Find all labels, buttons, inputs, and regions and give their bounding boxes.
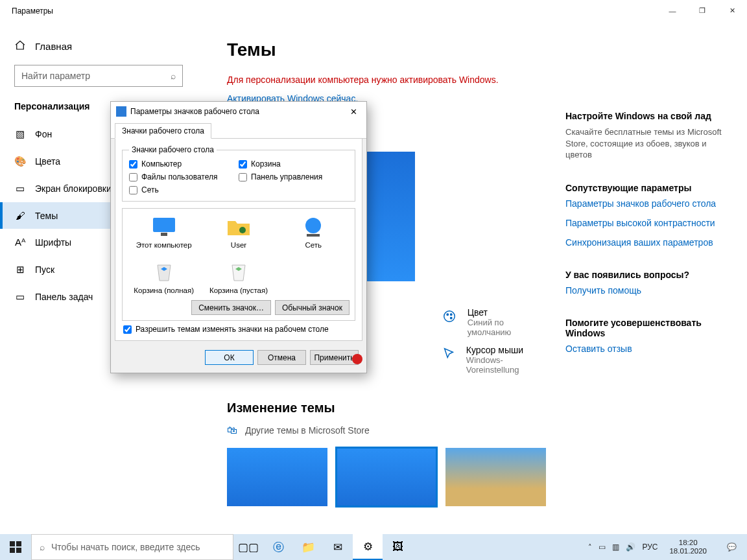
checkbox-recycle-input[interactable] — [239, 160, 247, 169]
rail-questions-heading: У вас появились вопросы? — [565, 270, 730, 280]
tray-language[interactable]: РУС — [642, 542, 658, 552]
icon-label: User — [201, 241, 276, 249]
icon-label: Этот компьютер — [126, 241, 201, 249]
icon-recycle-empty[interactable]: Корзина (пустая) — [201, 261, 276, 294]
sidebar-item-label: Экран блокировки — [35, 183, 112, 194]
sidebar-item-label: Фон — [35, 129, 52, 139]
ok-button[interactable]: ОК — [205, 350, 254, 365]
themes-icon: 🖌 — [14, 210, 26, 221]
desktop-icons-dialog: Параметры значков рабочего стола ✕ Значк… — [110, 101, 367, 373]
theme-color-item[interactable]: Цвет Синий по умолчанию — [441, 303, 546, 341]
more-themes-store-link[interactable]: 🛍 Другие темы в Microsoft Store — [227, 425, 546, 436]
svg-rect-10 — [16, 541, 21, 546]
checkbox-userfiles-input[interactable] — [129, 173, 137, 181]
svg-point-0 — [444, 311, 455, 322]
task-view-button[interactable]: ▢▢ — [233, 534, 263, 560]
dialog-footer: ОК Отмена Применить — [111, 345, 366, 373]
tray-overflow[interactable]: ˄ — [588, 543, 592, 552]
theme-cursor-item[interactable]: Курсор мыши Windows-Voreinstellung — [441, 341, 546, 379]
icon-this-pc[interactable]: Этот компьютер — [126, 215, 201, 249]
cursor-icon — [441, 345, 457, 363]
svg-point-1 — [447, 314, 448, 315]
dialog-tabs: Значки рабочего стола — [111, 121, 366, 139]
taskbar-explorer[interactable]: 📁 — [293, 534, 323, 560]
change-icon-button[interactable]: Сменить значок… — [191, 300, 271, 315]
link-sync-settings[interactable]: Синхронизация ваших параметров — [565, 237, 730, 248]
default-icon-button[interactable]: Обычный значок — [275, 300, 350, 315]
window-maximize-button[interactable]: ❐ — [687, 0, 717, 21]
sidebar-item-label: Пуск — [35, 264, 54, 275]
taskbar-search[interactable]: ⌕ Чтобы начать поиск, введите здесь — [31, 534, 233, 560]
sidebar-home-label: Главная — [35, 41, 72, 52]
svg-rect-12 — [16, 548, 21, 553]
link-high-contrast[interactable]: Параметры высокой контрастности — [565, 218, 730, 228]
link-feedback[interactable]: Оставить отзыв — [565, 344, 730, 354]
link-get-help[interactable]: Получить помощь — [565, 285, 730, 296]
link-desktop-icon-settings[interactable]: Параметры значков рабочего стола — [565, 198, 730, 209]
picture-icon: ▧ — [14, 128, 26, 140]
icon-recycle-full[interactable]: Корзина (полная) — [126, 261, 201, 294]
checkbox-control-panel[interactable]: Панель управления — [239, 172, 348, 181]
tray-volume-icon[interactable]: 🔊 — [626, 542, 635, 552]
checkbox-network[interactable]: Сеть — [129, 185, 239, 194]
theme-cursor-label: Курсор мыши — [466, 345, 546, 355]
page-title: Темы — [227, 40, 546, 60]
taskbar-settings[interactable]: ⚙ — [353, 534, 383, 560]
taskbar-edge[interactable]: ⓔ — [263, 534, 293, 560]
theme-color-label: Цвет — [468, 307, 546, 318]
svg-point-6 — [239, 227, 246, 233]
checkbox-label: Панель управления — [251, 172, 322, 181]
checkbox-network-input[interactable] — [129, 186, 137, 194]
theme-thumb-1[interactable] — [227, 448, 327, 506]
icon-preview-box: Этот компьютер User Сеть Корзина (полная… — [122, 208, 355, 321]
sidebar-home[interactable]: Главная — [0, 36, 208, 65]
palette-icon: 🎨 — [14, 156, 26, 167]
checkbox-label: Компьютер — [141, 159, 182, 169]
svg-rect-9 — [10, 541, 15, 546]
window-minimize-button[interactable]: — — [658, 0, 687, 21]
annotation-marker — [352, 354, 362, 364]
sidebar-item-label: Панель задач — [35, 292, 93, 302]
dialog-tab-desktop-icons[interactable]: Значки рабочего стола — [115, 123, 211, 139]
checkbox-computer[interactable]: Компьютер — [129, 159, 239, 169]
monitor-icon — [151, 215, 177, 239]
theme-color-value: Синий по умолчанию — [468, 318, 546, 337]
taskbar-mail[interactable]: ✉ — [323, 534, 353, 560]
window-close-button[interactable]: ✕ — [717, 0, 747, 21]
cancel-button[interactable]: Отмена — [257, 350, 306, 365]
checkbox-computer-input[interactable] — [129, 160, 137, 169]
dialog-titlebar[interactable]: Параметры значков рабочего стола ✕ — [111, 102, 366, 121]
action-center-button[interactable]: 💬 — [718, 534, 744, 560]
theme-thumbnails — [227, 448, 546, 506]
theme-thumb-3[interactable] — [445, 448, 546, 506]
tray-battery-icon[interactable]: ▥ — [612, 542, 619, 552]
icon-user[interactable]: User — [201, 215, 276, 249]
checkbox-controlpanel-input[interactable] — [239, 173, 247, 181]
checkbox-recycle-bin[interactable]: Корзина — [239, 159, 348, 169]
theme-cursor-value: Windows-Voreinstellung — [466, 355, 546, 375]
tray-clock[interactable]: 18:20 18.01.2020 — [664, 539, 712, 555]
theme-thumb-2[interactable] — [337, 448, 437, 506]
rail-improve-heading: Помогите усовершенствовать Windows — [565, 318, 730, 338]
tray-date: 18.01.2020 — [669, 547, 707, 555]
start-button[interactable] — [0, 534, 31, 560]
icon-label: Сеть — [276, 241, 351, 249]
fieldset-legend: Значки рабочего стола — [129, 145, 217, 154]
settings-search-input[interactable]: Найти параметр ⌕ — [14, 65, 183, 87]
desktop-icons-fieldset: Значки рабочего стола Компьютер Корзина … — [122, 145, 355, 202]
svg-point-7 — [305, 218, 321, 233]
checkbox-user-files[interactable]: Файлы пользователя — [129, 172, 239, 181]
recycle-full-icon — [151, 261, 177, 284]
checkbox-label: Сеть — [141, 185, 159, 194]
apply-button[interactable]: Применить — [310, 350, 359, 365]
svg-rect-8 — [307, 234, 320, 237]
tray-network-icon[interactable]: ▭ — [599, 542, 606, 552]
taskbar: ⌕ Чтобы начать поиск, введите здесь ▢▢ ⓔ… — [0, 534, 747, 560]
sidebar-item-label: Цвета — [35, 156, 60, 167]
allow-themes-checkbox[interactable] — [123, 325, 132, 334]
rail-configure-heading: Настройте Windows на свой лад — [565, 111, 730, 121]
sidebar-item-label: Шрифты — [35, 237, 71, 248]
icon-network[interactable]: Сеть — [276, 215, 351, 249]
taskbar-app[interactable]: 🖼 — [383, 534, 412, 560]
dialog-close-button[interactable]: ✕ — [346, 107, 361, 117]
